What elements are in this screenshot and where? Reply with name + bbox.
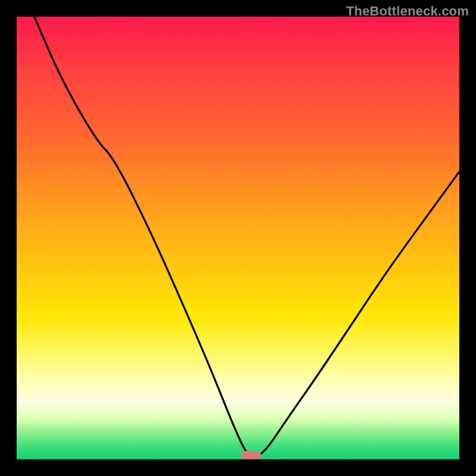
plot-area <box>17 17 459 459</box>
minimum-marker <box>241 451 261 459</box>
watermark-text: TheBottleneck.com <box>346 4 469 19</box>
chart-frame: TheBottleneck.com <box>0 0 476 476</box>
bottleneck-curve <box>17 17 459 459</box>
